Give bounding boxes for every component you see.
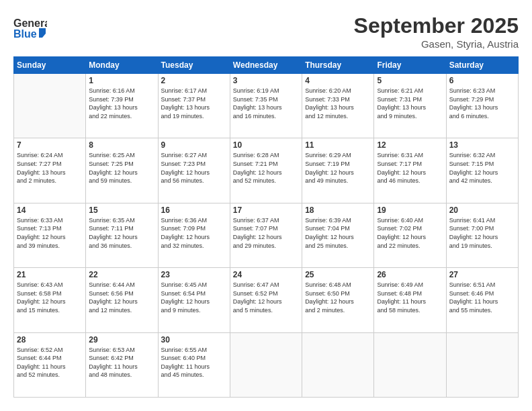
- calendar-cell: 4Sunrise: 6:20 AMSunset: 7:33 PMDaylight…: [302, 74, 374, 138]
- logo-icon: General Blue: [13, 13, 47, 44]
- day-number: 4: [305, 76, 371, 85]
- calendar-cell: [14, 74, 86, 138]
- day-info: Sunrise: 6:37 AMSunset: 7:07 PMDaylight:…: [233, 216, 299, 250]
- day-number: 26: [377, 270, 443, 279]
- day-info: Sunrise: 6:39 AMSunset: 7:04 PMDaylight:…: [305, 216, 371, 250]
- weekday-header-tuesday: Tuesday: [158, 57, 230, 74]
- calendar-cell: 11Sunrise: 6:29 AMSunset: 7:19 PMDayligh…: [302, 138, 374, 203]
- calendar-cell: 5Sunrise: 6:21 AMSunset: 7:31 PMDaylight…: [374, 74, 446, 138]
- weekday-header-sunday: Sunday: [14, 57, 86, 74]
- day-info: Sunrise: 6:43 AMSunset: 6:58 PMDaylight:…: [17, 281, 83, 314]
- day-number: 17: [233, 205, 299, 215]
- calendar-cell: 20Sunrise: 6:41 AMSunset: 7:00 PMDayligh…: [446, 203, 518, 267]
- day-info: Sunrise: 6:53 AMSunset: 6:42 PMDaylight:…: [89, 346, 154, 379]
- calendar-cell: 17Sunrise: 6:37 AMSunset: 7:07 PMDayligh…: [230, 203, 302, 267]
- day-number: 25: [305, 270, 371, 279]
- day-number: 2: [161, 76, 227, 85]
- day-number: 23: [161, 270, 227, 279]
- calendar-cell: 13Sunrise: 6:32 AMSunset: 7:15 PMDayligh…: [446, 138, 518, 203]
- day-info: Sunrise: 6:41 AMSunset: 7:00 PMDaylight:…: [449, 216, 515, 250]
- day-number: 13: [449, 140, 515, 150]
- calendar-cell: 28Sunrise: 6:52 AMSunset: 6:44 PMDayligh…: [14, 332, 86, 397]
- svg-text:Blue: Blue: [13, 28, 37, 40]
- day-info: Sunrise: 6:16 AMSunset: 7:39 PMDaylight:…: [89, 87, 154, 120]
- calendar-cell: 1Sunrise: 6:16 AMSunset: 7:39 PMDaylight…: [86, 74, 158, 138]
- location: Gasen, Styria, Austria: [354, 38, 519, 50]
- calendar-cell: 23Sunrise: 6:45 AMSunset: 6:54 PMDayligh…: [158, 268, 230, 332]
- calendar-table: SundayMondayTuesdayWednesdayThursdayFrid…: [13, 56, 519, 398]
- day-number: 5: [377, 76, 443, 85]
- week-row-4: 28Sunrise: 6:52 AMSunset: 6:44 PMDayligh…: [14, 332, 519, 397]
- calendar-cell: 7Sunrise: 6:24 AMSunset: 7:27 PMDaylight…: [14, 138, 86, 203]
- calendar-cell: 8Sunrise: 6:25 AMSunset: 7:25 PMDaylight…: [86, 138, 158, 203]
- day-number: 21: [17, 270, 83, 279]
- day-info: Sunrise: 6:51 AMSunset: 6:46 PMDaylight:…: [449, 281, 515, 314]
- day-number: 18: [305, 205, 371, 215]
- calendar-cell: 21Sunrise: 6:43 AMSunset: 6:58 PMDayligh…: [14, 268, 86, 332]
- calendar-cell: 16Sunrise: 6:36 AMSunset: 7:09 PMDayligh…: [158, 203, 230, 267]
- day-info: Sunrise: 6:19 AMSunset: 7:35 PMDaylight:…: [233, 87, 299, 120]
- weekday-header-monday: Monday: [86, 57, 158, 74]
- day-number: 19: [377, 205, 443, 215]
- calendar-cell: 3Sunrise: 6:19 AMSunset: 7:35 PMDaylight…: [230, 74, 302, 138]
- weekday-header-friday: Friday: [374, 57, 446, 74]
- day-info: Sunrise: 6:27 AMSunset: 7:23 PMDaylight:…: [161, 151, 227, 185]
- calendar-cell: 26Sunrise: 6:49 AMSunset: 6:48 PMDayligh…: [374, 268, 446, 332]
- calendar-cell: 25Sunrise: 6:48 AMSunset: 6:50 PMDayligh…: [302, 268, 374, 332]
- week-row-1: 7Sunrise: 6:24 AMSunset: 7:27 PMDaylight…: [14, 138, 519, 203]
- day-number: 8: [89, 140, 154, 150]
- day-info: Sunrise: 6:24 AMSunset: 7:27 PMDaylight:…: [17, 151, 83, 185]
- day-info: Sunrise: 6:29 AMSunset: 7:19 PMDaylight:…: [305, 151, 371, 185]
- calendar-cell: [302, 332, 374, 397]
- day-number: 27: [449, 270, 515, 279]
- day-number: 20: [449, 205, 515, 215]
- header: General Blue September 2025 Gasen, Styri…: [13, 13, 519, 50]
- calendar-cell: 22Sunrise: 6:44 AMSunset: 6:56 PMDayligh…: [86, 268, 158, 332]
- day-info: Sunrise: 6:25 AMSunset: 7:25 PMDaylight:…: [89, 151, 154, 185]
- calendar-cell: 9Sunrise: 6:27 AMSunset: 7:23 PMDaylight…: [158, 138, 230, 203]
- day-info: Sunrise: 6:23 AMSunset: 7:29 PMDaylight:…: [449, 87, 515, 120]
- day-info: Sunrise: 6:35 AMSunset: 7:11 PMDaylight:…: [89, 216, 154, 250]
- week-row-3: 21Sunrise: 6:43 AMSunset: 6:58 PMDayligh…: [14, 268, 519, 332]
- calendar-cell: 18Sunrise: 6:39 AMSunset: 7:04 PMDayligh…: [302, 203, 374, 267]
- weekday-header-saturday: Saturday: [446, 57, 518, 74]
- day-info: Sunrise: 6:28 AMSunset: 7:21 PMDaylight:…: [233, 151, 299, 185]
- day-number: 10: [233, 140, 299, 150]
- calendar-cell: 19Sunrise: 6:40 AMSunset: 7:02 PMDayligh…: [374, 203, 446, 267]
- logo: General Blue: [13, 13, 47, 44]
- day-number: 6: [449, 76, 515, 85]
- weekday-header-row: SundayMondayTuesdayWednesdayThursdayFrid…: [14, 57, 519, 74]
- calendar-cell: 24Sunrise: 6:47 AMSunset: 6:52 PMDayligh…: [230, 268, 302, 332]
- day-info: Sunrise: 6:32 AMSunset: 7:15 PMDaylight:…: [449, 151, 515, 185]
- calendar-cell: 30Sunrise: 6:55 AMSunset: 6:40 PMDayligh…: [158, 332, 230, 397]
- day-info: Sunrise: 6:49 AMSunset: 6:48 PMDaylight:…: [377, 281, 443, 314]
- weekday-header-thursday: Thursday: [302, 57, 374, 74]
- day-info: Sunrise: 6:52 AMSunset: 6:44 PMDaylight:…: [17, 346, 83, 379]
- day-info: Sunrise: 6:31 AMSunset: 7:17 PMDaylight:…: [377, 151, 443, 185]
- day-number: 16: [161, 205, 227, 215]
- day-number: 1: [89, 76, 154, 85]
- day-number: 22: [89, 270, 154, 279]
- day-info: Sunrise: 6:47 AMSunset: 6:52 PMDaylight:…: [233, 281, 299, 314]
- calendar-cell: 15Sunrise: 6:35 AMSunset: 7:11 PMDayligh…: [86, 203, 158, 267]
- day-number: 15: [89, 205, 154, 215]
- svg-text:General: General: [13, 17, 47, 29]
- day-info: Sunrise: 6:48 AMSunset: 6:50 PMDaylight:…: [305, 281, 371, 314]
- day-info: Sunrise: 6:17 AMSunset: 7:37 PMDaylight:…: [161, 87, 227, 120]
- svg-marker-2: [39, 28, 46, 38]
- month-title: September 2025: [354, 13, 519, 38]
- day-info: Sunrise: 6:44 AMSunset: 6:56 PMDaylight:…: [89, 281, 154, 314]
- day-info: Sunrise: 6:55 AMSunset: 6:40 PMDaylight:…: [161, 346, 227, 379]
- weekday-header-wednesday: Wednesday: [230, 57, 302, 74]
- page: General Blue September 2025 Gasen, Styri…: [0, 0, 532, 411]
- day-number: 7: [17, 140, 83, 150]
- calendar-cell: [374, 332, 446, 397]
- calendar-cell: 14Sunrise: 6:33 AMSunset: 7:13 PMDayligh…: [14, 203, 86, 267]
- day-info: Sunrise: 6:36 AMSunset: 7:09 PMDaylight:…: [161, 216, 227, 250]
- day-number: 29: [89, 335, 154, 345]
- calendar-cell: [446, 332, 518, 397]
- day-info: Sunrise: 6:20 AMSunset: 7:33 PMDaylight:…: [305, 87, 371, 120]
- week-row-0: 1Sunrise: 6:16 AMSunset: 7:39 PMDaylight…: [14, 74, 519, 138]
- week-row-2: 14Sunrise: 6:33 AMSunset: 7:13 PMDayligh…: [14, 203, 519, 267]
- calendar-cell: 29Sunrise: 6:53 AMSunset: 6:42 PMDayligh…: [86, 332, 158, 397]
